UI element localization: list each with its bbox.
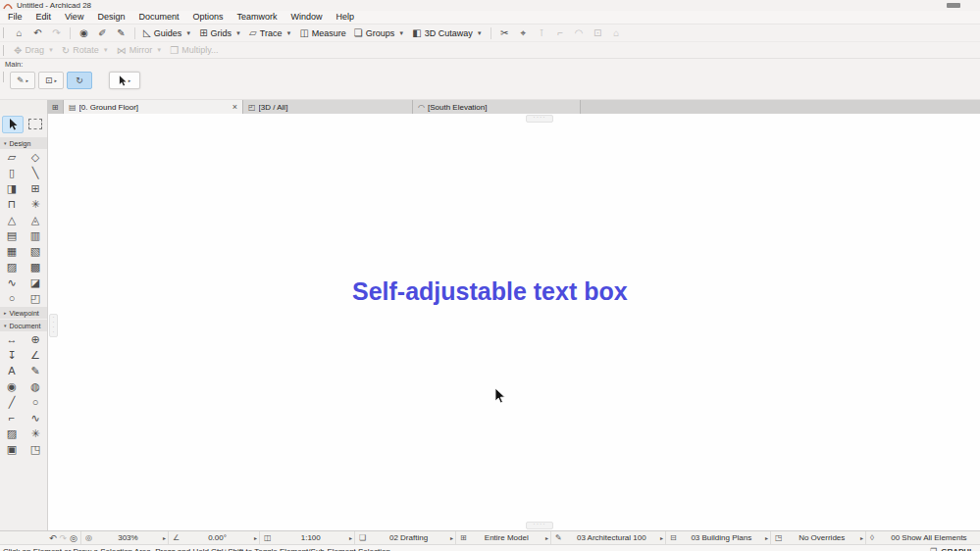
groups-button-dropdown-icon[interactable]: ▼ [398,30,404,36]
3d-cutaway-button-dropdown-icon[interactable]: ▼ [477,30,483,36]
scrollbar-collapse-handle-top[interactable]: ···· [526,115,553,123]
level-dimension-tool[interactable]: ⊕ [25,331,46,347]
spline-tool[interactable]: ∿ [25,410,46,426]
tab-ground-floor[interactable]: ▤[0. Ground Floor]× [64,100,243,114]
arrow-tool[interactable] [2,116,24,133]
hotlink-tool[interactable]: ◰ [25,290,46,306]
label-tool[interactable]: ✎ [25,363,46,378]
pen-set-dropdown-icon[interactable]: ▸ [660,534,663,541]
menu-view[interactable]: View [58,11,90,24]
drawing-canvas[interactable]: Self-adjustable text box ···· ···· ···· [48,114,980,530]
scrollbar-collapse-handle-bottom[interactable]: ···· [526,522,553,529]
grids-button-dropdown-icon[interactable]: ▼ [235,30,241,36]
favorites-button-dropdown-icon[interactable]: ▸ [26,77,29,83]
menu-edit[interactable]: Edit [29,11,59,24]
undo-icon[interactable]: ↶ [28,25,47,41]
mesh-tool[interactable]: ▧ [25,243,46,259]
3d-cutaway-button[interactable]: ◧3D Cutaway▼ [408,27,486,38]
tab-close-icon[interactable]: × [227,102,237,112]
elevation-dimension-tool[interactable]: ↧ [1,347,23,363]
guides-button-dropdown-icon[interactable]: ▼ [185,30,191,36]
structure-display-control[interactable]: ⊞Entire Model▸ [455,531,550,544]
section-header-viewpoint[interactable]: ▸Viewpoint [0,307,47,319]
marquee-tool[interactable] [26,116,45,131]
arrow-select-button[interactable]: ▸ [109,72,140,89]
circle-tool[interactable]: ○ [25,394,46,410]
zoom-level-dropdown-icon[interactable]: ▸ [163,534,166,541]
favorites-button[interactable]: ✎▸ [10,72,35,89]
minimize-button[interactable] [947,3,960,8]
graphic-override-dropdown-icon[interactable]: ▸ [860,534,863,541]
pick-up-parameters-icon[interactable]: ✐ [93,25,112,41]
angle-dimension-tool[interactable]: ∠ [25,347,46,363]
shell-tool[interactable]: ◬ [25,212,46,227]
figure-tool[interactable]: ▣ [1,441,23,457]
adjust-icon[interactable]: ⌖ [514,25,533,41]
canvas-text-element[interactable]: Self-adjustable text box [352,277,628,306]
orbit-button[interactable]: ↻ [67,72,92,89]
panel-collapse-handle[interactable]: ···· [49,314,58,337]
structure-display-dropdown-icon[interactable]: ▸ [545,534,548,541]
inject-parameters-icon[interactable]: ✎ [112,25,130,41]
pen-set-control[interactable]: ✎03 Architectural 100▸ [550,531,665,544]
line-tool[interactable]: ╱ [1,394,23,410]
tab-3d-all[interactable]: ◰[3D / All] [243,100,413,114]
guides-button[interactable]: ◺Guides▼ [139,27,195,38]
hotspot-tool[interactable]: ✳ [25,426,46,441]
layer-combination-dropdown-icon[interactable]: ▸ [450,534,453,541]
menu-teamwork[interactable]: Teamwork [230,11,284,24]
parameter-set-icon[interactable]: ◉ [75,25,93,41]
beam-tool[interactable]: ╲ [25,165,46,180]
menu-options[interactable]: Options [185,11,230,24]
text-tool[interactable]: A [1,363,23,378]
orientation-dropdown-icon[interactable]: ▸ [254,534,257,541]
marker-tool[interactable]: ◉ [1,378,23,394]
slab-tool[interactable]: ◇ [25,149,46,165]
zoom-level-control[interactable]: ◎303%▸ [80,531,168,544]
menu-design[interactable]: Design [90,11,131,24]
menu-file[interactable]: File [1,11,29,24]
graphic-override-control[interactable]: ◳No Overrides▸ [770,531,865,544]
railing-tool[interactable]: ▥ [25,227,46,243]
column-tool[interactable]: ▯ [1,165,23,180]
menu-help[interactable]: Help [330,11,362,24]
element-settings-button[interactable]: ⊡▸ [38,72,64,89]
back-view-icon[interactable]: ↶ [49,533,57,543]
arrow-select-dropdown-icon[interactable]: ▸ [129,77,131,83]
object-tool[interactable]: ⊓ [1,196,23,212]
trace-button-dropdown-icon[interactable]: ▼ [285,30,291,36]
stair-tool[interactable]: ▤ [1,227,23,243]
roof-tool[interactable]: △ [1,212,23,227]
grid-element-tool[interactable]: ○ [1,290,23,306]
zone-tool[interactable]: ◪ [25,275,46,290]
dimension-style-dropdown-icon[interactable]: ▸ [765,534,768,541]
scale-control[interactable]: ◫1:100▸ [259,531,354,544]
orientation-control[interactable]: ∠0.00°▸ [168,531,259,544]
fill-3d-tool[interactable]: ◍ [25,378,46,394]
dimension-tool[interactable]: ↔ [1,331,23,347]
polyline-tool[interactable]: ⌐ [1,410,23,426]
measure-button[interactable]: ◫Measure [295,27,349,38]
tab-overview-button[interactable]: ⊞ [47,100,64,114]
trace-button[interactable]: ▱Trace▼ [245,27,295,38]
window-tool[interactable]: ⊞ [25,180,46,196]
lamp-tool[interactable]: ✳ [25,196,46,212]
skylight-tool[interactable]: ▩ [25,259,46,275]
curtain-wall-tool[interactable]: ▦ [1,243,23,259]
element-settings-button-dropdown-icon[interactable]: ▸ [55,77,58,83]
groups-button[interactable]: ❏Groups▼ [350,27,408,38]
section-header-design[interactable]: ▾Design [0,137,47,149]
wall-tool[interactable]: ▱ [1,149,23,165]
zoom-select-icon[interactable]: ◎ [70,533,77,543]
fill-tool[interactable]: ▨ [1,426,23,441]
grids-button[interactable]: ⊞Grids▼ [195,27,245,38]
window-restore-icon[interactable]: ❐ [930,547,937,551]
drawing-tool[interactable]: ◳ [25,441,46,457]
menu-document[interactable]: Document [131,11,185,24]
door-tool[interactable]: ◨ [1,180,23,196]
morph-tool[interactable]: ∿ [1,275,23,290]
home-icon[interactable]: ⌂ [10,25,28,41]
layer-combination-control[interactable]: ❏02 Drafting▸ [354,531,455,544]
scale-dropdown-icon[interactable]: ▸ [349,534,352,541]
section-header-document[interactable]: ▾Document [0,320,47,331]
